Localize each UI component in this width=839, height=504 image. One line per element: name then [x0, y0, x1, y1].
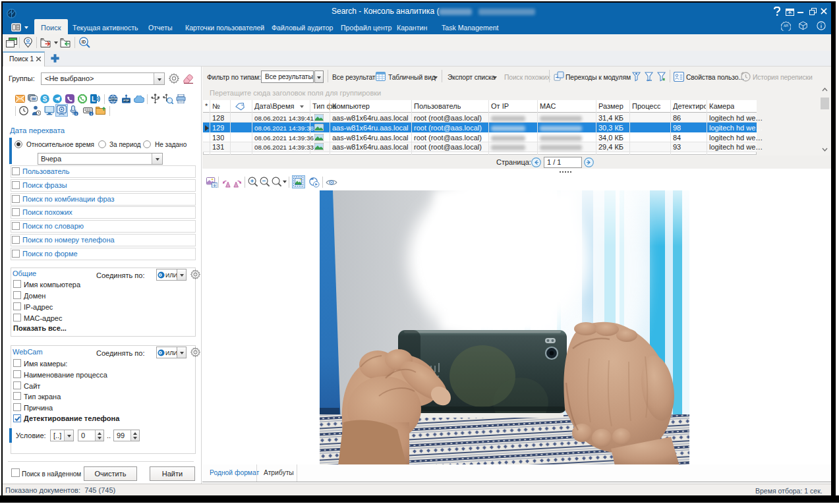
svg-text:API: API	[784, 24, 788, 28]
svg-text:L: L	[92, 96, 96, 103]
svg-text:S: S	[43, 96, 47, 103]
svg-text:HTTP: HTTP	[109, 98, 117, 101]
svg-text:FTP: FTP	[123, 99, 129, 102]
svg-text:IM: IM	[32, 97, 36, 101]
svg-text:ID: ID	[82, 40, 86, 44]
